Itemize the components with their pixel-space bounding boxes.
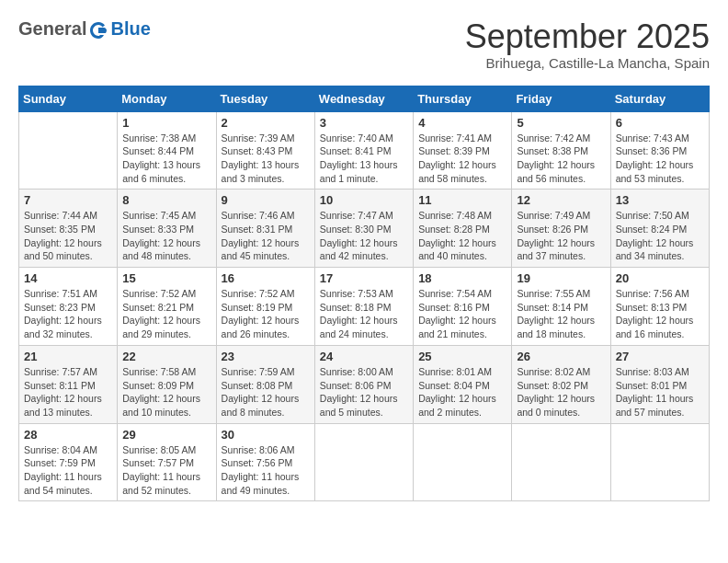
calendar-cell: 30Sunrise: 8:06 AMSunset: 7:56 PMDayligh… [216,423,314,501]
calendar-cell: 29Sunrise: 8:05 AMSunset: 7:57 PMDayligh… [118,423,216,501]
calendar-cell: 17Sunrise: 7:53 AMSunset: 8:18 PMDayligh… [314,268,413,346]
calendar-cell: 1Sunrise: 7:38 AMSunset: 8:44 PMDaylight… [118,111,216,190]
day-info: Sunrise: 7:40 AMSunset: 8:41 PMDaylight:… [320,132,408,186]
calendar-cell [414,423,512,501]
calendar-cell: 16Sunrise: 7:52 AMSunset: 8:19 PMDayligh… [216,268,314,346]
day-info: Sunrise: 7:49 AMSunset: 8:26 PMDaylight:… [517,209,605,263]
month-title: September 2025 [465,18,710,55]
calendar-cell [512,423,610,501]
day-number: 12 [517,193,605,207]
day-number: 13 [616,193,704,207]
calendar-cell: 9Sunrise: 7:46 AMSunset: 8:31 PMDaylight… [216,190,314,268]
day-info: Sunrise: 7:53 AMSunset: 8:18 PMDaylight:… [320,287,408,341]
day-number: 3 [320,116,408,130]
weekday-header-friday: Friday [512,86,610,111]
day-number: 30 [222,428,310,442]
day-info: Sunrise: 7:56 AMSunset: 8:13 PMDaylight:… [616,287,704,341]
day-number: 4 [418,116,506,130]
calendar-cell: 25Sunrise: 8:01 AMSunset: 8:04 PMDayligh… [414,345,512,423]
day-number: 5 [517,116,605,130]
logo-text: General [18,18,108,40]
day-info: Sunrise: 7:57 AMSunset: 8:11 PMDaylight:… [24,365,112,419]
day-number: 1 [122,116,210,130]
calendar-cell: 5Sunrise: 7:42 AMSunset: 8:38 PMDaylight… [512,111,610,190]
calendar-cell: 2Sunrise: 7:39 AMSunset: 8:43 PMDaylight… [216,111,314,190]
day-number: 20 [616,271,704,285]
day-number: 11 [418,193,506,207]
calendar-cell: 27Sunrise: 8:03 AMSunset: 8:01 PMDayligh… [610,345,709,423]
day-number: 7 [24,193,112,207]
day-info: Sunrise: 7:51 AMSunset: 8:23 PMDaylight:… [24,287,112,341]
weekday-header-row: SundayMondayTuesdayWednesdayThursdayFrid… [19,86,710,111]
day-info: Sunrise: 7:52 AMSunset: 8:19 PMDaylight:… [222,287,310,341]
day-number: 6 [616,116,704,130]
calendar-cell: 21Sunrise: 7:57 AMSunset: 8:11 PMDayligh… [19,345,118,423]
calendar-cell: 6Sunrise: 7:43 AMSunset: 8:36 PMDaylight… [610,111,709,190]
calendar-cell: 13Sunrise: 7:50 AMSunset: 8:24 PMDayligh… [610,190,709,268]
calendar-table: SundayMondayTuesdayWednesdayThursdayFrid… [18,86,710,502]
day-info: Sunrise: 7:41 AMSunset: 8:39 PMDaylight:… [418,132,506,186]
day-info: Sunrise: 7:39 AMSunset: 8:43 PMDaylight:… [222,132,310,186]
day-info: Sunrise: 7:59 AMSunset: 8:08 PMDaylight:… [222,365,310,419]
day-number: 29 [122,428,210,442]
weekday-header-thursday: Thursday [414,86,512,111]
day-info: Sunrise: 8:01 AMSunset: 8:04 PMDaylight:… [418,365,506,419]
day-info: Sunrise: 7:43 AMSunset: 8:36 PMDaylight:… [616,132,704,186]
day-info: Sunrise: 8:06 AMSunset: 7:56 PMDaylight:… [222,443,310,498]
calendar-cell: 18Sunrise: 7:54 AMSunset: 8:16 PMDayligh… [414,268,512,346]
day-number: 18 [418,271,506,285]
day-info: Sunrise: 7:52 AMSunset: 8:21 PMDaylight:… [122,287,210,341]
day-info: Sunrise: 7:38 AMSunset: 8:44 PMDaylight:… [122,132,210,186]
calendar-week-3: 14Sunrise: 7:51 AMSunset: 8:23 PMDayligh… [19,268,710,346]
weekday-header-wednesday: Wednesday [314,86,413,111]
day-number: 28 [24,428,112,442]
day-number: 9 [222,193,310,207]
logo-icon [88,20,108,40]
day-info: Sunrise: 8:03 AMSunset: 8:01 PMDaylight:… [616,365,704,419]
logo: General Blue [18,18,151,40]
calendar-cell: 3Sunrise: 7:40 AMSunset: 8:41 PMDaylight… [314,111,413,190]
calendar-week-5: 28Sunrise: 8:04 AMSunset: 7:59 PMDayligh… [19,423,710,501]
day-info: Sunrise: 7:42 AMSunset: 8:38 PMDaylight:… [517,132,605,186]
calendar-cell: 12Sunrise: 7:49 AMSunset: 8:26 PMDayligh… [512,190,610,268]
day-info: Sunrise: 8:02 AMSunset: 8:02 PMDaylight:… [517,365,605,419]
calendar-cell: 10Sunrise: 7:47 AMSunset: 8:30 PMDayligh… [314,190,413,268]
calendar-cell: 28Sunrise: 8:04 AMSunset: 7:59 PMDayligh… [19,423,118,501]
day-number: 24 [320,350,408,363]
day-number: 23 [222,350,310,363]
calendar-cell [610,423,709,501]
calendar-cell: 15Sunrise: 7:52 AMSunset: 8:21 PMDayligh… [118,268,216,346]
day-number: 22 [122,350,210,363]
day-info: Sunrise: 7:46 AMSunset: 8:31 PMDaylight:… [222,209,310,263]
calendar-cell: 22Sunrise: 7:58 AMSunset: 8:09 PMDayligh… [118,345,216,423]
calendar-cell: 23Sunrise: 7:59 AMSunset: 8:08 PMDayligh… [216,345,314,423]
day-number: 15 [122,271,210,285]
calendar-cell: 14Sunrise: 7:51 AMSunset: 8:23 PMDayligh… [19,268,118,346]
day-info: Sunrise: 8:00 AMSunset: 8:06 PMDaylight:… [320,365,408,419]
weekday-header-monday: Monday [118,86,216,111]
day-info: Sunrise: 7:55 AMSunset: 8:14 PMDaylight:… [517,287,605,341]
weekday-header-sunday: Sunday [19,86,118,111]
day-number: 27 [616,350,704,363]
day-info: Sunrise: 7:54 AMSunset: 8:16 PMDaylight:… [418,287,506,341]
calendar-cell: 8Sunrise: 7:45 AMSunset: 8:33 PMDaylight… [118,190,216,268]
day-number: 17 [320,271,408,285]
day-number: 21 [24,350,112,363]
calendar-week-4: 21Sunrise: 7:57 AMSunset: 8:11 PMDayligh… [19,345,710,423]
calendar-cell: 7Sunrise: 7:44 AMSunset: 8:35 PMDaylight… [19,190,118,268]
day-info: Sunrise: 7:45 AMSunset: 8:33 PMDaylight:… [122,209,210,263]
weekday-header-tuesday: Tuesday [216,86,314,111]
day-info: Sunrise: 7:48 AMSunset: 8:28 PMDaylight:… [418,209,506,263]
logo-blue: Blue [110,18,150,40]
calendar-cell: 11Sunrise: 7:48 AMSunset: 8:28 PMDayligh… [414,190,512,268]
location: Brihuega, Castille-La Mancha, Spain [465,55,710,71]
day-number: 10 [320,193,408,207]
calendar-cell: 19Sunrise: 7:55 AMSunset: 8:14 PMDayligh… [512,268,610,346]
calendar-cell [19,111,118,190]
day-info: Sunrise: 7:50 AMSunset: 8:24 PMDaylight:… [616,209,704,263]
day-info: Sunrise: 8:05 AMSunset: 7:57 PMDaylight:… [122,443,210,498]
day-number: 14 [24,271,112,285]
day-info: Sunrise: 7:58 AMSunset: 8:09 PMDaylight:… [122,365,210,419]
calendar-cell: 26Sunrise: 8:02 AMSunset: 8:02 PMDayligh… [512,345,610,423]
day-number: 16 [222,271,310,285]
